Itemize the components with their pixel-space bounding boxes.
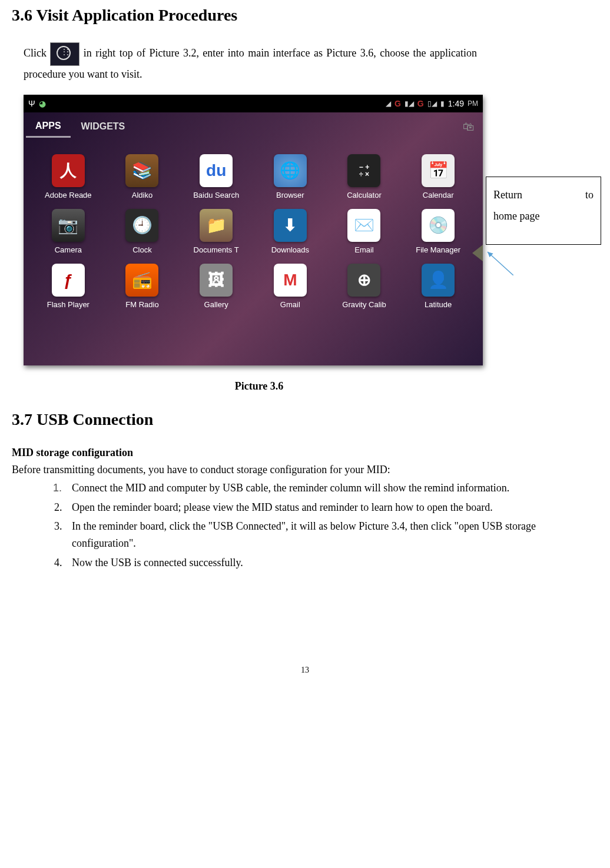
usb-steps-list: Connect the MID and computer by USB cabl… <box>29 480 536 571</box>
app-fm-radio[interactable]: 📻FM Radio <box>107 264 178 309</box>
app-adobe-reader[interactable]: 人Adobe Reade <box>33 154 104 199</box>
g-label-1: G <box>394 99 401 108</box>
section-3-7-intro: Before transmitting documents, you have … <box>12 464 598 476</box>
step-3: In the reminder board, click the "USB Co… <box>65 518 536 552</box>
wifi-icon: ◢ <box>386 99 391 108</box>
section-3-6-paragraph: Click in right top of Picture 3.2, enter… <box>24 42 477 83</box>
g-label-2: G <box>417 99 424 108</box>
app-grid: 人Adobe Reade 📚Aldiko duBaidu Search 🌐Bro… <box>24 141 483 322</box>
android-screenshot: Ψ ◕ ◢ G ▮◢ G ▯◢ ▮ 1:49 PM APPS WIDGETS 🛍… <box>24 95 483 365</box>
mid-storage-subheading: MID storage configuration <box>12 447 598 459</box>
callout-box: Return to home page <box>486 177 601 245</box>
section-3-6-heading: 3.6 Visit Application Procedures <box>12 6 598 25</box>
para-prefix: Click <box>24 47 50 59</box>
app-calculator[interactable]: − +÷ ×Calculator <box>329 154 400 199</box>
app-baidu-search[interactable]: duBaidu Search <box>181 154 251 199</box>
step-2: Open the reminder board; please view the… <box>65 499 536 516</box>
step-4: Now the USB is connected successfully. <box>65 554 536 571</box>
app-downloads[interactable]: ⬇Downloads <box>255 209 326 254</box>
side-page-indicator-icon[interactable] <box>472 245 483 261</box>
section-3-7-heading: 3.7 USB Connection <box>12 410 598 429</box>
callout-word-to: to <box>585 184 594 205</box>
usb-icon: Ψ <box>28 99 35 108</box>
para-suffix: in right top of Picture 3.2, enter into … <box>24 47 477 80</box>
apps-grid-icon <box>50 42 79 66</box>
figure-caption: Picture 3.6 <box>24 380 495 393</box>
app-flash-player[interactable]: ƒFlash Player <box>33 264 104 309</box>
apps-tabs: APPS WIDGETS 🛍 <box>24 112 483 141</box>
battery-icon: ▮ <box>440 99 445 108</box>
android-debug-icon: ◕ <box>39 99 46 108</box>
figure-3-6-wrap: Ψ ◕ ◢ G ▮◢ G ▯◢ ▮ 1:49 PM APPS WIDGETS 🛍… <box>24 95 483 393</box>
app-calendar[interactable]: 📅Calendar <box>403 154 473 199</box>
app-file-manager[interactable]: 💿File Manager <box>403 209 473 254</box>
app-aldiko[interactable]: 📚Aldiko <box>107 154 178 199</box>
callout-word-return: Return <box>493 184 522 205</box>
app-gmail[interactable]: MGmail <box>255 264 326 309</box>
app-gravity[interactable]: ⊕Gravity Calib <box>329 264 400 309</box>
app-camera[interactable]: 📷Camera <box>33 209 104 254</box>
page-number: 13 <box>12 666 598 687</box>
app-browser[interactable]: 🌐Browser <box>255 154 326 199</box>
clock-time: 1:49 <box>448 99 464 108</box>
clock-ampm: PM <box>468 99 478 108</box>
signal-icon-1: ▮◢ <box>405 99 414 108</box>
signal-icon-2: ▯◢ <box>427 99 437 108</box>
tab-apps[interactable]: APPS <box>26 116 71 138</box>
svg-line-0 <box>488 252 513 275</box>
shop-icon[interactable]: 🛍 <box>463 120 480 134</box>
callout-arrow-line <box>486 251 513 275</box>
app-documents[interactable]: 📁Documents T <box>181 209 251 254</box>
status-bar: Ψ ◕ ◢ G ▮◢ G ▯◢ ▮ 1:49 PM <box>24 95 483 112</box>
callout-line2: home page <box>493 205 594 227</box>
app-clock[interactable]: 🕘Clock <box>107 209 178 254</box>
step-1: Connect the MID and computer by USB cabl… <box>65 480 536 497</box>
app-gallery[interactable]: 🖼Gallery <box>181 264 251 309</box>
app-email[interactable]: ✉️Email <box>329 209 400 254</box>
tab-widgets[interactable]: WIDGETS <box>72 117 135 137</box>
app-latitude[interactable]: 👤Latitude <box>403 264 473 309</box>
